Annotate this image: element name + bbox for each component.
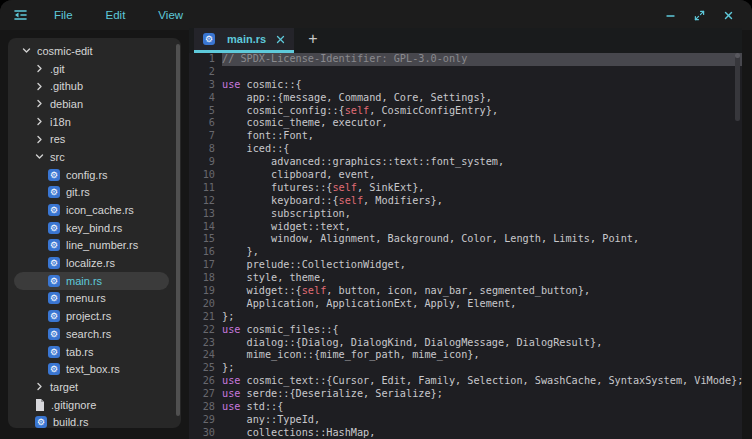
sidebar-scrollbar[interactable] [176, 44, 180, 416]
editor-scrollbar[interactable] [735, 53, 740, 121]
tree-folder-debian[interactable]: debian [14, 95, 169, 113]
code-line-25[interactable]: 25}; [189, 362, 742, 375]
maximize-button[interactable] [694, 10, 705, 21]
tree-file-localize.rs[interactable]: ⚙localize.rs [14, 254, 169, 272]
tree-folder-src[interactable]: src [14, 148, 169, 166]
code-line-26[interactable]: 26use cosmic_text::{Cursor, Edit, Family… [189, 375, 742, 388]
code-line-27[interactable]: 27use serde::{Deserialize, Serialize}; [189, 388, 742, 401]
code-line-6[interactable]: 6 cosmic_theme, executor, [189, 117, 742, 130]
code-line-16[interactable]: 16 }, [189, 246, 742, 259]
tree-file-search.rs[interactable]: ⚙search.rs [14, 325, 169, 343]
minimize-button[interactable] [665, 10, 676, 21]
tree-item-label: .gitignore [51, 399, 96, 411]
tab-main-rs[interactable]: ⚙ main.rs [194, 28, 294, 53]
code-line-1[interactable]: 1// SPDX-License-Identifier: GPL-3.0-onl… [189, 53, 742, 66]
line-number: 16 [193, 246, 215, 259]
code-line-3[interactable]: 3use cosmic::{ [189, 79, 742, 92]
code-line-21[interactable]: 21}; [189, 311, 742, 324]
tree-file-project.rs[interactable]: ⚙project.rs [14, 307, 169, 325]
sidebar-toggle-button[interactable] [13, 9, 28, 21]
code-line-20[interactable]: 20 Application, ApplicationExt, Apply, E… [189, 298, 742, 311]
code-line-2[interactable]: 2 [189, 66, 742, 79]
code-line-10[interactable]: 10 clipboard, event, [189, 169, 742, 182]
line-text: widget::{self, button, icon, nav_bar, se… [222, 285, 742, 298]
tab-close-icon [276, 35, 285, 44]
line-number: 19 [193, 285, 215, 298]
chevron-down-icon [22, 46, 31, 55]
code-line-7[interactable]: 7 font::Font, [189, 130, 742, 143]
tree-file-tab.rs[interactable]: ⚙tab.rs [14, 343, 169, 361]
code-line-24[interactable]: 24 mime_icon::{mime_for_path, mime_icon}… [189, 349, 742, 362]
tree-file-build.rs[interactable]: ⚙build.rs [14, 413, 169, 428]
tree-file-.gitignore[interactable]: .gitignore [14, 396, 169, 414]
line-text: style, theme, [222, 272, 742, 285]
code-line-19[interactable]: 19 widget::{self, button, icon, nav_bar,… [189, 285, 742, 298]
tree-item-label: localize.rs [66, 257, 115, 269]
tree-item-label: text_box.rs [66, 363, 120, 375]
tree-folder-i18n[interactable]: i18n [14, 113, 169, 131]
code-line-23[interactable]: 23 dialog::{Dialog, DialogKind, DialogMe… [189, 337, 742, 350]
line-text [222, 66, 742, 79]
code-editor[interactable]: 1// SPDX-License-Identifier: GPL-3.0-onl… [189, 53, 742, 439]
menu-file[interactable]: File [44, 5, 83, 25]
rust-file-icon: ⚙ [48, 363, 60, 375]
code-line-30[interactable]: 30 collections::HashMap, [189, 427, 742, 439]
menu-bar: File Edit View [44, 5, 206, 25]
line-text: use cosmic_text::{Cursor, Edit, Family, … [222, 375, 742, 388]
line-number: 4 [193, 92, 215, 105]
line-number: 6 [193, 117, 215, 130]
sidebar-toggle-icon [13, 9, 28, 21]
line-number: 1 [193, 53, 215, 66]
tree-item-label: tab.rs [66, 346, 94, 358]
tree-file-git.rs[interactable]: ⚙git.rs [14, 184, 169, 202]
tree-folder-target[interactable]: target [14, 378, 169, 396]
rust-file-icon: ⚙ [48, 275, 60, 287]
tree-item-label: target [50, 381, 78, 393]
tree-file-menu.rs[interactable]: ⚙menu.rs [14, 290, 169, 308]
close-button[interactable] [723, 10, 734, 21]
line-number: 20 [193, 298, 215, 311]
code-line-17[interactable]: 17 prelude::CollectionWidget, [189, 259, 742, 272]
tree-item-label: i18n [50, 116, 71, 128]
line-text: keyboard::{self, Modifiers}, [222, 195, 742, 208]
code-line-15[interactable]: 15 window, Alignment, Background, Color,… [189, 233, 742, 246]
line-number: 28 [193, 401, 215, 414]
new-tab-button[interactable]: + [308, 28, 317, 53]
line-number: 17 [193, 259, 215, 272]
code-line-4[interactable]: 4 app::{message, Command, Core, Settings… [189, 92, 742, 105]
tree-file-config.rs[interactable]: ⚙config.rs [14, 166, 169, 184]
maximize-icon [694, 10, 705, 21]
tree-file-icon_cache.rs[interactable]: ⚙icon_cache.rs [14, 201, 169, 219]
tree-folder-.github[interactable]: .github [14, 77, 169, 95]
chevron-down-icon [35, 152, 44, 161]
line-text: widget::text, [222, 221, 742, 234]
code-line-8[interactable]: 8 iced::{ [189, 143, 742, 156]
tree-file-main.rs[interactable]: ⚙main.rs [14, 272, 169, 290]
tree-item-label: .github [50, 80, 83, 92]
menu-view[interactable]: View [148, 5, 193, 25]
rust-file-icon: ⚙ [203, 33, 215, 45]
code-line-18[interactable]: 18 style, theme, [189, 272, 742, 285]
tree-file-text_box.rs[interactable]: ⚙text_box.rs [14, 360, 169, 378]
tree-folder-cosmic-edit[interactable]: cosmic-edit [14, 42, 169, 60]
code-line-13[interactable]: 13 subscription, [189, 208, 742, 221]
code-line-11[interactable]: 11 futures::{self, SinkExt}, [189, 182, 742, 195]
code-line-29[interactable]: 29 any::TypeId, [189, 414, 742, 427]
line-text: Application, ApplicationExt, Apply, Elem… [222, 298, 742, 311]
menu-edit[interactable]: Edit [96, 5, 136, 25]
line-text: advanced::graphics::text::font_system, [222, 156, 742, 169]
tree-file-key_bind.rs[interactable]: ⚙key_bind.rs [14, 219, 169, 237]
code-line-5[interactable]: 5 cosmic_config::{self, CosmicConfigEntr… [189, 105, 742, 118]
tree-folder-.git[interactable]: .git [14, 60, 169, 78]
tab-close-button[interactable] [276, 35, 285, 44]
code-line-22[interactable]: 22use cosmic_files::{ [189, 324, 742, 337]
code-line-14[interactable]: 14 widget::text, [189, 221, 742, 234]
line-number: 10 [193, 169, 215, 182]
code-line-12[interactable]: 12 keyboard::{self, Modifiers}, [189, 195, 742, 208]
tree-file-line_number.rs[interactable]: ⚙line_number.rs [14, 237, 169, 255]
chevron-right-icon [35, 382, 44, 391]
code-line-28[interactable]: 28use std::{ [189, 401, 742, 414]
code-line-9[interactable]: 9 advanced::graphics::text::font_system, [189, 156, 742, 169]
tree-folder-res[interactable]: res [14, 130, 169, 148]
line-text: subscription, [222, 208, 742, 221]
